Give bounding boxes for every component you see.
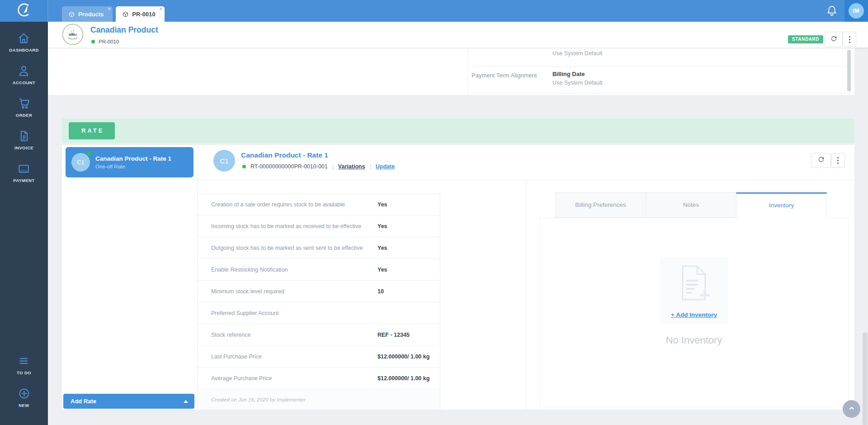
page-title[interactable]: Canadian Product	[90, 25, 158, 35]
tab-pr-0010[interactable]: PR-0010×	[116, 6, 164, 22]
rate-section-chip[interactable]: RATE	[69, 122, 115, 139]
detail-row: Enable Restocking NotificationYes	[198, 259, 440, 281]
sidebar-item-label: TO DO	[17, 370, 31, 375]
avatar[interactable]: IM	[849, 3, 864, 19]
sidebar-item-label: NEW	[19, 403, 29, 408]
setting-sub-value: Use System Default	[552, 50, 602, 57]
detail-row-label: Minimum stock level required	[198, 288, 284, 295]
sidebar: DASHBOARDACCOUNTORDERINVOICEPAYMENT TO D…	[0, 22, 48, 425]
detail-row-value: $12.000000/ 1.00 kg	[377, 353, 429, 360]
inventory-tab-content: + Add Inventory No Inventory	[539, 218, 849, 408]
detail-row-value: Yes	[377, 245, 387, 251]
add-inventory-link[interactable]: + Add Inventory	[671, 311, 717, 318]
update-link[interactable]: Update	[376, 163, 395, 170]
detail-row-label: Outgoing stock has to be marked as sent …	[198, 245, 363, 251]
rate-avatar: C1	[71, 153, 90, 172]
rate-item-title: Canadian Product - Rate 1	[95, 155, 171, 162]
divider	[472, 93, 850, 93]
sidebar-item-to-do[interactable]: TO DO	[17, 354, 31, 375]
scroll-to-top-button[interactable]	[843, 400, 860, 418]
tab-notes[interactable]: Notes	[646, 192, 736, 218]
plus-circle-icon	[18, 387, 31, 400]
page-scrollbar-thumb[interactable]	[863, 333, 868, 425]
page-header: WMU Canadian Product PR-0010 STANDARD	[48, 22, 868, 48]
package-icon	[122, 11, 129, 18]
sidebar-item-label: ORDER	[16, 113, 32, 118]
detail-row: Creation of a sale order requires stock …	[198, 194, 440, 215]
rate-list-item[interactable]: C1Canadian Product - Rate 1One-off Rate	[66, 147, 193, 177]
package-icon	[68, 11, 75, 18]
sidebar-item-invoice[interactable]: INVOICE	[14, 129, 33, 150]
tab-products[interactable]: Products×	[62, 6, 113, 22]
inventory-empty-state: + Add Inventory No Inventory	[626, 257, 762, 346]
sidebar-item-payment[interactable]: PAYMENT	[13, 162, 35, 183]
rate-list-pane: C1Canadian Product - Rate 1One-off Rate …	[62, 145, 198, 410]
detail-row: Average Purchase Price$12.000000/ 1.00 k…	[198, 368, 440, 389]
app-screen: Products×PR-0010× IM DASHBOARDACCOUNTORD…	[0, 0, 868, 425]
created-by-note: Created on Jun 16, 2020 by Implementer	[198, 390, 440, 410]
product-settings-card: Use System Default Payment Term Alignmen…	[48, 48, 854, 95]
separator: |	[370, 163, 371, 170]
rate-refresh-button[interactable]	[811, 153, 831, 168]
notifications-bell-icon[interactable]	[826, 5, 838, 17]
product-logo: WMU	[62, 24, 84, 45]
rate-title[interactable]: Canadian Product - Rate 1	[241, 151, 328, 159]
card-scrollbar-thumb[interactable]	[847, 50, 851, 91]
user-menu[interactable]: IM	[844, 0, 868, 22]
tab-label: PR-0010	[132, 11, 155, 18]
add-rate-button[interactable]: Add Rate	[63, 394, 194, 409]
close-icon[interactable]: ×	[108, 6, 111, 12]
detail-row: Preferred Supplier Account	[198, 302, 440, 324]
product-code-row: PR-0010	[91, 39, 119, 44]
sidebar-bottom-nav: TO DONEW	[0, 354, 48, 420]
status-dot	[91, 40, 95, 43]
sidebar-item-dashboard[interactable]: DASHBOARD	[9, 32, 38, 53]
divider	[468, 48, 468, 95]
caret-up-icon	[184, 400, 188, 403]
refresh-icon	[817, 156, 825, 165]
detail-row-label: Creation of a sale order requires stock …	[198, 201, 345, 208]
tab-inventory[interactable]: Inventory	[736, 192, 827, 218]
detail-row-value: Yes	[377, 223, 387, 229]
empty-state-ghost: + Add Inventory	[660, 257, 728, 324]
sidebar-item-label: ACCOUNT	[13, 80, 35, 85]
detail-row: Minimum stock level required10	[198, 281, 440, 302]
add-rate-label: Add Rate	[71, 398, 96, 405]
detail-row-value: 10	[377, 288, 384, 295]
detail-row: Last Purchase Price$12.000000/ 1.00 kg	[198, 346, 440, 368]
detail-row-value: $12.000000/ 1.00 kg	[377, 375, 429, 382]
rate-card: C1Canadian Product - Rate 1One-off Rate …	[62, 145, 854, 410]
setting-sub-value: Use System Default	[552, 80, 602, 86]
kebab-icon	[837, 157, 839, 164]
more-actions-button[interactable]	[843, 32, 856, 47]
sidebar-item-label: PAYMENT	[13, 178, 35, 183]
rate-code: RT-00000000000PR-0010-001	[250, 163, 328, 170]
rate-item-subtitle: One-off Rate	[95, 164, 171, 169]
refresh-icon	[830, 35, 838, 44]
detail-row-value: REF - 12345	[377, 332, 410, 338]
setting-label: Payment Term Alignment	[472, 72, 537, 79]
home-icon	[17, 32, 30, 45]
document-plus-icon	[677, 296, 711, 304]
detail-row: Stock referenceREF - 12345	[198, 324, 440, 346]
rate-more-actions-button[interactable]	[831, 153, 845, 168]
detail-row-label: Enable Restocking Notification	[198, 267, 288, 273]
detail-row: Outgoing stock has to be marked as sent …	[198, 237, 440, 259]
status-dot	[242, 165, 246, 168]
rate-meta-row: RT-00000000000PR-0010-001 | Variations |…	[242, 163, 395, 170]
sidebar-item-label: INVOICE	[14, 145, 33, 150]
variations-link[interactable]: Variations	[338, 163, 365, 170]
divider	[472, 67, 850, 67]
detail-row-label: Average Purchase Price	[198, 375, 272, 382]
sidebar-item-account[interactable]: ACCOUNT	[13, 64, 35, 85]
close-icon[interactable]: ×	[159, 6, 163, 12]
refresh-button[interactable]	[825, 32, 843, 47]
sidebar-item-order[interactable]: ORDER	[16, 97, 32, 118]
tab-label: Products	[78, 11, 104, 18]
tab-billing-preferences[interactable]: Billing Preferences	[555, 192, 646, 218]
rate-section-banner: RATE	[62, 119, 854, 143]
compass-logo-icon	[16, 2, 32, 20]
rate-avatar: C1	[213, 150, 235, 172]
app-logo[interactable]	[0, 0, 48, 22]
sidebar-item-new[interactable]: NEW	[18, 387, 31, 408]
